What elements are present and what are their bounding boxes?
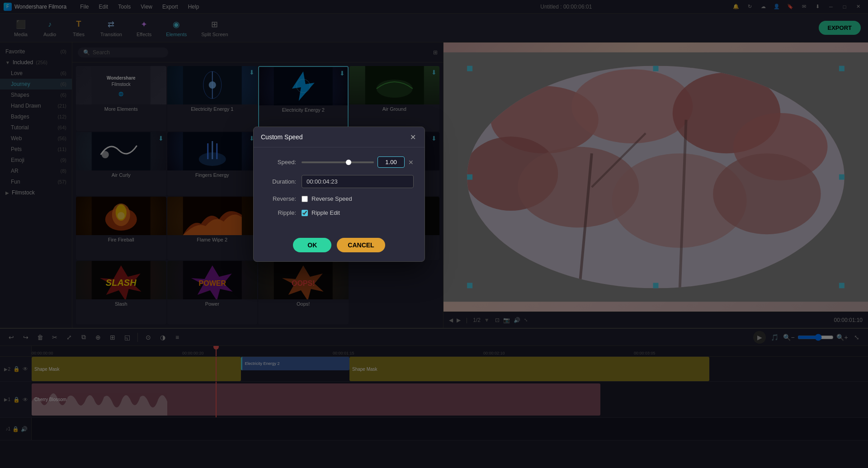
speed-input[interactable] xyxy=(377,156,405,168)
modal-close-button[interactable]: ✕ xyxy=(408,132,417,142)
ripple-checkbox[interactable] xyxy=(302,210,308,216)
modal-body: Speed: ✕ Duration: Reverse: xyxy=(254,147,425,232)
reverse-label: Reverse: xyxy=(264,195,296,202)
ok-button[interactable]: OK xyxy=(293,238,331,252)
duration-row: Duration: xyxy=(264,175,414,188)
reverse-row: Reverse: Reverse Speed xyxy=(264,195,414,202)
duration-input[interactable] xyxy=(302,175,414,188)
reverse-checkbox[interactable] xyxy=(302,196,308,202)
speed-label: Speed: xyxy=(264,159,296,165)
custom-speed-modal: Custom Speed ✕ Speed: ✕ Duration: xyxy=(253,127,425,262)
ripple-checkbox-label: Ripple Edit xyxy=(311,209,340,216)
duration-label: Duration: xyxy=(264,178,296,185)
ripple-checkbox-row: Ripple Edit xyxy=(302,209,340,216)
speed-slider-container: ✕ xyxy=(302,156,414,168)
speed-row: Speed: ✕ xyxy=(264,156,414,168)
speed-clear-btn[interactable]: ✕ xyxy=(408,159,414,166)
ripple-label: Ripple: xyxy=(264,209,296,216)
speed-slider-thumb[interactable] xyxy=(346,160,351,165)
ripple-row: Ripple: Ripple Edit xyxy=(264,209,414,216)
modal-overlay: Custom Speed ✕ Speed: ✕ Duration: xyxy=(0,0,868,468)
cancel-button[interactable]: CANCEL xyxy=(337,238,385,252)
modal-footer: OK CANCEL xyxy=(254,232,425,261)
speed-slider-track xyxy=(302,161,374,163)
modal-header: Custom Speed ✕ xyxy=(254,127,425,147)
speed-slider[interactable] xyxy=(302,161,374,163)
modal-title: Custom Speed xyxy=(261,133,303,141)
reverse-checkbox-label: Reverse Speed xyxy=(311,195,352,202)
reverse-checkbox-row: Reverse Speed xyxy=(302,195,352,202)
